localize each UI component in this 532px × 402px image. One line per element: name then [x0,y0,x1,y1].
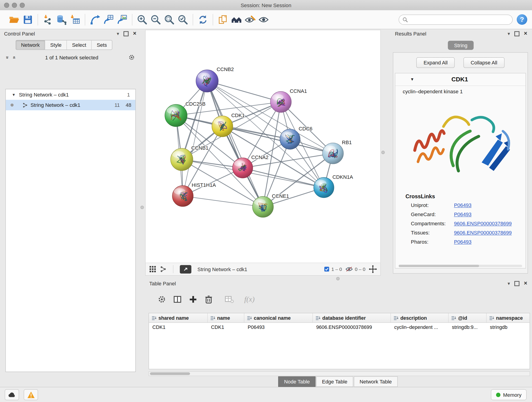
expand-all-icon[interactable]: » [11,56,17,59]
tab-network[interactable]: Network [16,40,45,50]
close-panel-icon[interactable]: × [133,30,137,37]
node-gloss [172,151,185,158]
memory-button[interactable]: Memory [491,389,527,400]
results-panel: Results Panel ▾ × String Expand All Coll… [391,29,531,276]
column-header-shared-name[interactable]: shared name [149,313,208,322]
toolbar-separator [38,14,38,25]
apply-layout-button[interactable] [196,13,210,26]
network-row[interactable]: String Network – cdk1 11 48 [6,100,135,110]
tab-sets[interactable]: Sets [91,40,112,50]
crosslink-label: Tissues: [411,230,454,236]
results-horizontal-scrollbar[interactable] [399,265,522,267]
crosslink-uniprot[interactable]: P06493 [454,202,472,208]
help-button[interactable]: ? [517,14,527,25]
hidden-count: 0 – 0 [355,266,365,272]
tab-select[interactable]: Select [67,40,91,50]
collapse-all-icon[interactable]: » [5,56,10,59]
arrow-image-icon [117,14,127,25]
float-panel-icon[interactable] [514,31,519,36]
network-overview-button[interactable] [160,266,167,273]
zoom-fit-button[interactable] [162,13,176,26]
column-header-description[interactable]: description [391,313,449,322]
network-edge[interactable] [183,196,263,207]
expander-icon[interactable]: ▼ [12,93,16,97]
string-results-tab[interactable]: String [448,41,474,50]
pan-mode-button[interactable] [369,265,377,274]
table-row[interactable]: CDK1 CDK1 P06493 9606.ENSP00000378699 cy… [149,323,530,332]
network-options-gear-icon[interactable] [128,54,135,61]
splitter-handle[interactable] [140,206,144,209]
show-columns-icon[interactable] [173,295,182,304]
panel-menu-icon[interactable]: ▾ [507,31,510,36]
zoom-in-button[interactable] [135,13,149,26]
crosslink-tissues[interactable]: 9606.ENSP00000378699 [454,230,512,236]
delete-column-icon[interactable] [204,295,213,304]
crosslink-genecard[interactable]: P06493 [454,211,472,217]
column-header-name[interactable]: name [208,313,244,322]
save-session-button[interactable] [21,13,35,26]
graphics-details-button[interactable] [230,13,243,26]
detach-view-button[interactable] [180,265,191,274]
import-network-from-database-button[interactable] [55,13,68,26]
table-options-gear-icon[interactable] [157,295,166,304]
zoom-out-button[interactable] [149,13,162,26]
hide-annotations-button[interactable] [243,13,257,26]
open-session-button[interactable] [7,13,21,26]
crosslink-compartments[interactable]: 9606.ENSP00000378699 [454,221,512,226]
node-table: shared name name canonical name database… [149,313,530,369]
network-edge[interactable] [207,81,281,102]
panel-menu-icon[interactable]: ▾ [507,281,510,286]
window-title: Session: New Session [0,2,532,8]
cell-description: cyclin–dependent ... [391,323,449,332]
close-panel-icon[interactable]: × [524,30,527,37]
tab-edge-table[interactable]: Edge Table [316,376,353,387]
crosslink-pharos[interactable]: P06493 [454,239,472,245]
add-column-icon[interactable] [189,295,197,304]
edge-count: 48 [121,102,131,108]
tab-style[interactable]: Style [45,40,66,50]
gene-expander-icon[interactable]: ▼ [410,77,414,82]
node-label-CCNE1: CCNE1 [272,193,289,199]
node-gloss [315,180,326,186]
search-input[interactable] [410,17,509,23]
save-icon [22,14,33,25]
copy-document-button[interactable] [216,13,230,26]
import-table-icon [70,14,80,25]
grid-view-button[interactable] [149,265,157,273]
cloud-status-button[interactable] [5,389,19,400]
column-header-id[interactable]: @id [449,313,487,322]
float-panel-icon[interactable] [123,31,128,36]
memory-status-dot [496,393,500,397]
network-collection-row[interactable]: ▼ String Network – cdk1 1 [6,89,135,100]
show-hidden-elements-button[interactable] [257,13,270,26]
cell-shared-name: CDK1 [149,323,208,332]
splitter-handle[interactable] [381,151,385,154]
collapse-all-button[interactable]: Collapse All [463,57,504,68]
refresh-icon [197,14,208,25]
warnings-button[interactable] [24,389,38,400]
zoom-selected-button[interactable] [176,13,190,26]
column-header-database-identifier[interactable]: database identifier [313,313,391,322]
new-network-from-selection-button[interactable] [102,13,115,26]
network-canvas[interactable]: CCNB2CCNA1CDC25BCDK1CDC6RB1CCNB1CCNA2CDK… [146,30,380,263]
import-table-from-file-button[interactable] [68,13,82,26]
export-image-button[interactable] [115,13,129,26]
selected-checkbox-icon[interactable] [324,266,329,272]
protein-structure-image [395,100,526,185]
network-edge[interactable] [183,81,207,196]
close-panel-icon[interactable]: × [524,280,527,287]
float-panel-icon[interactable] [514,281,519,286]
tab-network-table[interactable]: Network Table [354,376,398,387]
hidden-eye-slash-icon[interactable] [345,266,353,272]
network-edge[interactable] [243,168,324,188]
node-gloss [324,146,336,152]
column-header-canonical-name[interactable]: canonical name [244,313,313,322]
expand-all-button[interactable]: Expand All [417,57,455,68]
import-network-from-file-button[interactable] [41,13,55,26]
column-header-namespace[interactable]: namespace [487,313,530,322]
network-view[interactable]: CCNB2CCNA1CDC25BCDK1CDC6RB1CCNB1CCNA2CDK… [145,30,381,263]
table-horizontal-scrollbar[interactable] [149,371,530,376]
panel-menu-icon[interactable]: ▾ [117,31,119,36]
tab-node-table[interactable]: Node Table [278,376,316,387]
first-neighbors-button[interactable] [88,13,102,26]
